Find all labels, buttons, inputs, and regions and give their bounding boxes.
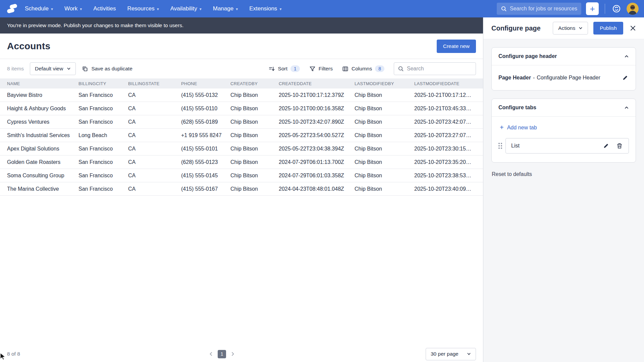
previous-page-icon[interactable]: [209, 352, 213, 356]
card-title: Configure tabs: [498, 105, 536, 111]
create-new-button[interactable]: Create new: [437, 40, 476, 53]
table-column-header[interactable]: BILLINGCITY: [78, 81, 128, 86]
edit-tab-button[interactable]: [602, 142, 610, 149]
top-nav-bar: Schedule ▾ Work ▾ Activities Resources ▾: [0, 0, 644, 17]
main-content: You're in preview mode. Publish your cha…: [0, 17, 483, 362]
save-as-duplicate-button[interactable]: Save as duplicate: [82, 66, 132, 72]
nav-menu-item-label: Work: [64, 5, 77, 12]
table-cell: CA: [128, 146, 181, 152]
nav-menu-item[interactable]: Schedule ▾: [25, 5, 53, 12]
skedulo-logo-icon[interactable]: [7, 3, 17, 14]
add-new-tab-label: Add new tab: [507, 125, 537, 131]
user-avatar[interactable]: [627, 3, 639, 15]
filters-button[interactable]: Filters: [309, 66, 333, 72]
table-column-header[interactable]: LASTMODIFIEDBY: [355, 81, 414, 86]
table-cell: 2025-10-21T00:17:12.379Z: [414, 92, 476, 98]
pencil-icon: [622, 75, 628, 81]
component-separator: -: [533, 75, 535, 81]
columns-button[interactable]: Columns 8: [342, 65, 384, 72]
table-row[interactable]: Smith's Industrial ServicesLong BeachCA+…: [0, 129, 483, 142]
sort-button[interactable]: Sort 1: [269, 65, 300, 72]
table-cell: Chip Bitson: [230, 132, 279, 138]
nav-menu-item-label: Resources: [127, 5, 154, 12]
nav-menu-item-label: Activities: [93, 5, 116, 12]
global-search-input[interactable]: [510, 6, 577, 12]
table-column-header[interactable]: BILLINGSTATE: [128, 81, 181, 86]
create-plus-button[interactable]: +: [586, 2, 599, 15]
table-cell: 2025-05-22T23:54:00.527Z: [279, 132, 355, 138]
panel-body: Configure page header Page Header - Conf…: [483, 39, 644, 177]
table-header-row: NAME BILLINGCITY BILLINGSTATE PHONE CREA…: [0, 78, 483, 88]
drag-handle-icon[interactable]: [498, 143, 502, 149]
next-page-icon[interactable]: [230, 352, 235, 356]
table-cell: San Francisco: [78, 92, 128, 98]
chevron-down-icon: ▾: [51, 6, 53, 11]
table-cell: Chip Bitson: [355, 159, 414, 165]
table-row[interactable]: Golden Gate RoastersSan FranciscoCA(628)…: [0, 156, 483, 169]
sort-icon: [269, 66, 275, 72]
configure-tabs-toggle[interactable]: Configure tabs: [492, 99, 636, 117]
configure-tabs-card: Configure tabs + Add new tab: [491, 99, 636, 163]
table-row[interactable]: The Marina CollectiveSan FranciscoCA(415…: [0, 182, 483, 196]
global-search[interactable]: [497, 3, 581, 15]
tab-item[interactable]: List: [505, 138, 629, 154]
close-icon[interactable]: [629, 24, 637, 33]
table-cell: San Francisco: [78, 173, 128, 179]
top-nav-right: +: [497, 2, 639, 15]
pagination-bar: 8 of 8 1 30 per page: [0, 346, 483, 362]
nav-menu-item-label: Availability: [170, 5, 197, 12]
table-column-header[interactable]: LASTMODIFIEDDATE: [414, 81, 476, 86]
actions-button[interactable]: Actions: [553, 22, 588, 35]
add-new-tab-button[interactable]: + Add new tab: [500, 124, 537, 131]
table-search-input[interactable]: [407, 66, 472, 72]
pencil-icon: [603, 143, 609, 149]
table-column-header[interactable]: CREATEDBY: [230, 81, 279, 86]
configure-page-header-toggle[interactable]: Configure page header: [492, 48, 636, 65]
table-cell: 2025-10-20T23:38:53.041Z: [414, 173, 476, 179]
table-search[interactable]: [394, 62, 476, 75]
view-selector[interactable]: Default view: [30, 62, 76, 75]
table-row[interactable]: Haight & Ashbury GoodsSan FranciscoCA(41…: [0, 102, 483, 115]
table-row[interactable]: Soma Consulting GroupSan FranciscoCA(415…: [0, 169, 483, 182]
chevron-down-icon: ▾: [80, 6, 82, 11]
topbar-divider: [605, 4, 605, 14]
table-cell: Haight & Ashbury Goods: [7, 106, 78, 112]
nav-menu-item[interactable]: Extensions ▾: [249, 5, 281, 12]
nav-menu-item-label: Extensions: [249, 5, 277, 12]
edit-page-header-button[interactable]: [622, 74, 629, 81]
nav-menu-item[interactable]: Activities: [93, 5, 116, 12]
publish-button[interactable]: Publish: [593, 22, 623, 35]
table-column-header[interactable]: PHONE: [181, 81, 230, 86]
table-column-header[interactable]: CREATEDDATE: [279, 81, 355, 86]
table-cell: Chip Bitson: [355, 92, 414, 98]
preview-banner-text: You're in preview mode. Publish your cha…: [7, 22, 183, 28]
nav-menu-item[interactable]: Resources ▾: [127, 5, 159, 12]
page-header: Accounts Create new: [0, 34, 483, 59]
table-cell: Chip Bitson: [355, 146, 414, 152]
table-row[interactable]: Cypress VenturesSan FranciscoCA(628) 555…: [0, 115, 483, 129]
table-cell: 2025-10-20T23:35:20.438Z: [414, 159, 476, 165]
table-cell: Chip Bitson: [355, 132, 414, 138]
chevron-up-icon: [624, 54, 629, 59]
table-cell: (628) 555-0123: [181, 159, 230, 165]
page-size-label: 30 per page: [431, 351, 459, 357]
table-row[interactable]: Apex Digital SolutionsSan FranciscoCA(41…: [0, 142, 483, 156]
nav-menu-item[interactable]: Work ▾: [64, 5, 82, 12]
table-cell: CA: [128, 106, 181, 112]
actions-label: Actions: [558, 25, 575, 31]
table-cell: CA: [128, 119, 181, 125]
reset-to-defaults-link[interactable]: Reset to defaults: [491, 171, 532, 177]
help-icon[interactable]: [611, 3, 622, 14]
nav-menu-item[interactable]: Availability ▾: [170, 5, 202, 12]
table-row[interactable]: Bayview BistroSan FranciscoCA(415) 555-0…: [0, 88, 483, 102]
delete-tab-button[interactable]: [616, 142, 623, 149]
table-column-header[interactable]: NAME: [7, 81, 78, 86]
page-size-select[interactable]: 30 per page: [426, 348, 476, 360]
table-cell: San Francisco: [78, 119, 128, 125]
table-cell: Golden Gate Roasters: [7, 159, 78, 165]
search-icon: [398, 66, 404, 72]
page-title: Accounts: [7, 41, 50, 52]
sort-label: Sort: [278, 66, 287, 72]
current-page-badge[interactable]: 1: [218, 350, 226, 358]
nav-menu-item[interactable]: Manage ▾: [213, 5, 238, 12]
